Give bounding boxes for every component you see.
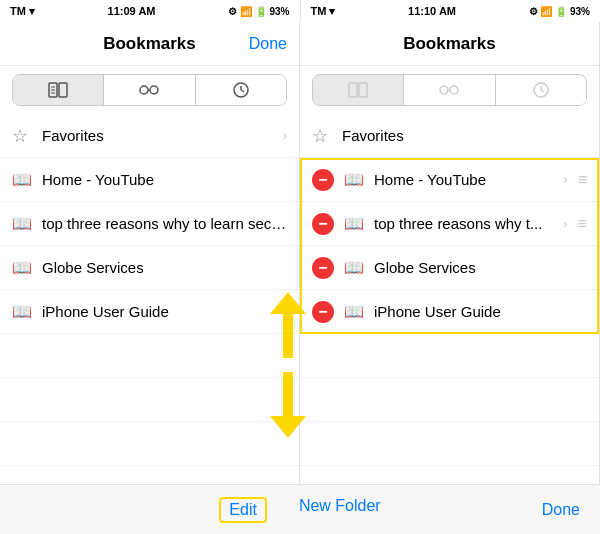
- r-globe-label: Globe Services: [374, 259, 587, 276]
- r-bookmark-seg-icon: [348, 82, 368, 98]
- right-seg-history[interactable]: [496, 75, 586, 105]
- r-book-icon-4: 📖: [344, 302, 364, 321]
- delete-youtube-btn[interactable]: −: [312, 169, 334, 191]
- empty-row-4: [0, 466, 299, 484]
- toolbar-center: Edit New Folder: [207, 497, 394, 523]
- left-item-globe[interactable]: 📖 Globe Services: [0, 246, 299, 290]
- svg-line-10: [241, 90, 244, 92]
- book-icon-4: 📖: [12, 302, 32, 321]
- r-empty-row-4: [300, 466, 599, 484]
- delete-globe-btn[interactable]: −: [312, 257, 334, 279]
- left-seg-reading[interactable]: [104, 75, 195, 105]
- book-icon-1: 📖: [12, 170, 32, 189]
- new-folder-button[interactable]: New Folder: [299, 497, 381, 523]
- r-reasons-chevron: ›: [563, 216, 567, 231]
- left-panel: Bookmarks Done: [0, 22, 300, 484]
- up-arrow: [270, 292, 306, 358]
- left-seg-history[interactable]: [196, 75, 286, 105]
- reasons-label: top three reasons why to learn secon...: [42, 215, 287, 232]
- left-seg-bookmarks[interactable]: [13, 75, 104, 105]
- right-item-iphone[interactable]: − 📖 iPhone User Guide: [300, 290, 599, 334]
- svg-line-18: [541, 90, 544, 92]
- arrows-container: [270, 292, 306, 438]
- empty-row-2: [0, 378, 299, 422]
- right-item-reasons[interactable]: − 📖 top three reasons why t... › ≡: [300, 202, 599, 246]
- delete-iphone-btn[interactable]: −: [312, 301, 334, 323]
- r-empty-row-2: [300, 378, 599, 422]
- down-arrow-head: [270, 416, 306, 438]
- status-bar-right: TM ▾ 11:10 AM ⚙ 📶 🔋 93%: [301, 0, 601, 22]
- status-bar-left: TM ▾ 11:09 AM ⚙ 📶 🔋 93%: [0, 0, 301, 22]
- carrier-left: TM ▾: [10, 5, 35, 18]
- favorites-label: Favorites: [42, 127, 273, 144]
- right-panel: Bookmarks: [300, 22, 600, 484]
- right-item-globe[interactable]: − 📖 Globe Services: [300, 246, 599, 290]
- down-arrow-shaft: [283, 372, 293, 416]
- left-item-youtube[interactable]: 📖 Home - YouTube: [0, 158, 299, 202]
- right-seg-reading[interactable]: [404, 75, 495, 105]
- right-panel-title: Bookmarks: [403, 34, 496, 54]
- r-iphone-label: iPhone User Guide: [374, 303, 587, 320]
- right-segment-control: [312, 74, 587, 106]
- right-panel-header: Bookmarks: [300, 22, 599, 66]
- left-item-iphone[interactable]: 📖 iPhone User Guide: [0, 290, 299, 334]
- left-bookmark-list: ☆ Favorites › 📖 Home - YouTube 📖 top thr…: [0, 114, 299, 484]
- carrier-right: TM ▾: [311, 5, 336, 18]
- book-icon-3: 📖: [12, 258, 32, 277]
- r-empty-row-3: [300, 422, 599, 466]
- book-icon-2: 📖: [12, 214, 32, 233]
- svg-point-13: [440, 86, 448, 94]
- delete-reasons-btn[interactable]: −: [312, 213, 334, 235]
- toolbar-right: Done: [393, 501, 580, 519]
- youtube-label: Home - YouTube: [42, 171, 287, 188]
- r-reasons-label: top three reasons why t...: [374, 215, 553, 232]
- right-favorites-item[interactable]: ☆ Favorites: [300, 114, 599, 158]
- edit-button[interactable]: Edit: [219, 497, 267, 523]
- status-icons-left: ⚙ 📶 🔋 93%: [228, 6, 289, 17]
- right-bookmark-list: ☆ Favorites − 📖 Home - YouTube › ≡ − 📖 t…: [300, 114, 599, 484]
- up-arrow-head: [270, 292, 306, 314]
- done-button[interactable]: Done: [542, 501, 580, 519]
- left-panel-header: Bookmarks Done: [0, 22, 299, 66]
- right-item-youtube[interactable]: − 📖 Home - YouTube › ≡: [300, 158, 599, 202]
- r-youtube-label: Home - YouTube: [374, 171, 553, 188]
- r-empty-row-1: [300, 334, 599, 378]
- drag-handle-youtube[interactable]: ≡: [578, 171, 587, 189]
- r-reading-seg-icon: [439, 83, 459, 97]
- up-arrow-shaft: [283, 314, 293, 358]
- svg-point-14: [450, 86, 458, 94]
- reading-seg-icon: [139, 83, 159, 97]
- time-left: 11:09 AM: [108, 5, 156, 17]
- r-youtube-chevron: ›: [563, 172, 567, 187]
- time-right: 11:10 AM: [408, 5, 456, 17]
- globe-label: Globe Services: [42, 259, 287, 276]
- star-icon: ☆: [12, 125, 32, 147]
- left-item-reasons[interactable]: 📖 top three reasons why to learn secon..…: [0, 202, 299, 246]
- svg-rect-11: [349, 83, 357, 97]
- iphone-label: iPhone User Guide: [42, 303, 287, 320]
- bookmark-seg-icon: [48, 82, 68, 98]
- svg-rect-12: [359, 83, 367, 97]
- svg-rect-4: [59, 83, 67, 97]
- r-history-seg-icon: [532, 81, 550, 99]
- left-panel-title: Bookmarks: [103, 34, 196, 54]
- svg-point-6: [150, 86, 158, 94]
- left-done-button[interactable]: Done: [249, 35, 287, 53]
- r-favorites-label: Favorites: [342, 127, 587, 144]
- favorites-chevron: ›: [283, 128, 287, 143]
- bottom-toolbar: Edit New Folder Done: [0, 484, 600, 534]
- r-book-icon-3: 📖: [344, 258, 364, 277]
- down-arrow: [270, 372, 306, 438]
- drag-handle-reasons[interactable]: ≡: [578, 215, 587, 233]
- right-seg-bookmarks[interactable]: [313, 75, 404, 105]
- r-book-icon-2: 📖: [344, 214, 364, 233]
- empty-row-1: [0, 334, 299, 378]
- r-star-icon: ☆: [312, 125, 332, 147]
- svg-point-5: [140, 86, 148, 94]
- status-icons-right: ⚙ 📶 🔋 93%: [529, 6, 590, 17]
- left-favorites-item[interactable]: ☆ Favorites ›: [0, 114, 299, 158]
- left-segment-control: [12, 74, 287, 106]
- empty-row-3: [0, 422, 299, 466]
- r-book-icon-1: 📖: [344, 170, 364, 189]
- history-seg-icon: [232, 81, 250, 99]
